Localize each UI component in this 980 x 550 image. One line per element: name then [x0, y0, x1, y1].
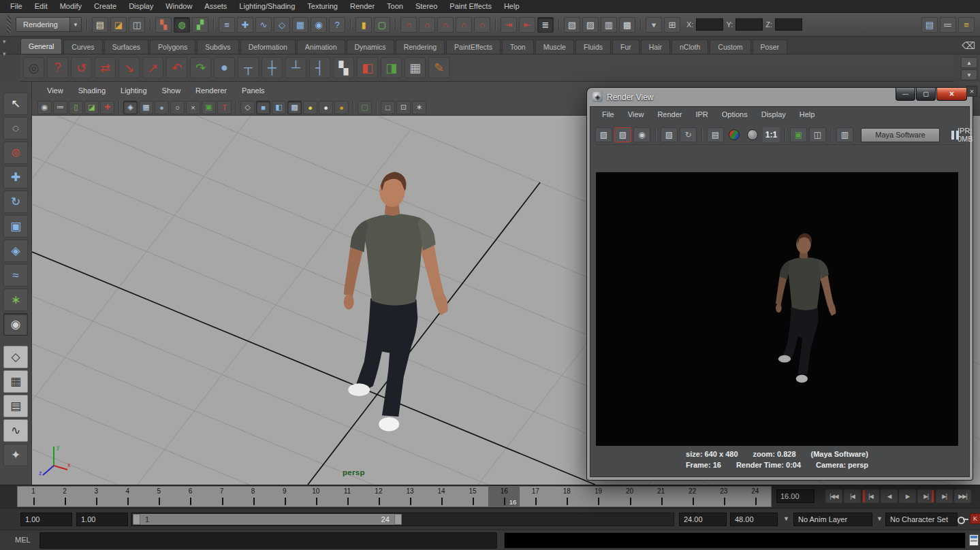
hypergraph-input-output-icon[interactable]: ┼: [262, 57, 283, 78]
select-camera-icon[interactable]: ◉: [37, 101, 52, 114]
timeline-ruler[interactable]: 1234567891011121314151616171819202122232…: [17, 486, 772, 507]
refresh-render-icon[interactable]: ↻: [680, 127, 697, 142]
render-view-menu-file[interactable]: File: [597, 110, 620, 118]
menu-edit[interactable]: Edit: [29, 0, 54, 12]
duplicate-with-inputs-icon[interactable]: ◨: [381, 57, 402, 78]
2d-pan-zoom-icon[interactable]: ✚: [100, 101, 114, 114]
select-by-hierarchy-icon[interactable]: ▚: [155, 17, 172, 33]
open-scene-icon[interactable]: ◪: [110, 17, 127, 33]
go-to-start-icon[interactable]: |◀◀: [825, 489, 842, 503]
shelf-tab-curves[interactable]: Curves: [63, 39, 102, 54]
command-output-field[interactable]: [504, 532, 966, 549]
undo-icon[interactable]: ↶: [166, 57, 187, 78]
graph-materials-icon[interactable]: ┴: [285, 57, 306, 78]
shelf-tab-rendering[interactable]: Rendering: [396, 39, 445, 54]
tumble-camera-icon[interactable]: ↺: [71, 57, 92, 78]
xray-display-icon[interactable]: ⊡: [396, 101, 411, 114]
shelf-tab-fur[interactable]: Fur: [612, 39, 639, 54]
safe-action-icon[interactable]: ▣: [202, 101, 216, 114]
timeline-frame-9[interactable]: 9: [269, 487, 300, 506]
snapshot-icon[interactable]: ◉: [633, 127, 650, 142]
shelf-menu-arrows[interactable]: ▾▾: [3, 38, 15, 79]
timeline-frame-5[interactable]: 5: [143, 487, 174, 506]
timeline-frame-4[interactable]: 4: [112, 487, 143, 506]
menu-create[interactable]: Create: [88, 0, 123, 12]
zoom-camera-icon[interactable]: ↗: [142, 57, 163, 78]
viewport-share-icon[interactable]: ∗: [412, 101, 426, 114]
layout-persp-graph-icon[interactable]: ∿: [3, 419, 28, 442]
shelf-delete-icon[interactable]: ⌫: [962, 39, 975, 52]
timeline-frame-19[interactable]: 19: [582, 487, 614, 506]
menu-assets[interactable]: Assets: [198, 0, 233, 12]
shelf-tab-muscle[interactable]: Muscle: [535, 39, 574, 54]
show-grid-icon[interactable]: ◈: [123, 101, 138, 114]
animation-start-field[interactable]: [20, 513, 72, 526]
viewport-menu-shading[interactable]: Shading: [72, 86, 112, 95]
step-forward-key-icon[interactable]: ▶|: [917, 489, 934, 503]
timeline-frame-12[interactable]: 12: [363, 487, 394, 506]
play-backwards-icon[interactable]: ◀: [881, 489, 898, 503]
toolbar-drag-handle[interactable]: [7, 16, 11, 33]
magnet-snap-point-icon[interactable]: ∩: [437, 17, 454, 33]
chevron-down-icon[interactable]: ▼: [783, 515, 789, 522]
shelf-tab-animation[interactable]: Animation: [297, 39, 345, 54]
step-forward-frame-icon[interactable]: ▶|: [936, 489, 953, 503]
make-object-live-icon[interactable]: ◉: [311, 17, 327, 33]
close-button[interactable]: ×: [936, 88, 967, 101]
shelf-tab-ncloth[interactable]: nCloth: [671, 39, 708, 54]
timeline-frame-21[interactable]: 21: [646, 487, 677, 506]
shelf-scroll-up-icon[interactable]: ▲: [961, 57, 977, 68]
character-set-selector[interactable]: No Character Set: [885, 513, 958, 526]
wireframe-display-icon[interactable]: ◇: [240, 101, 255, 114]
magnet-snap-curve-icon[interactable]: ∩: [419, 17, 435, 33]
track-camera-icon[interactable]: ⇄: [95, 57, 116, 78]
timeline-frame-1[interactable]: 1: [18, 487, 49, 506]
menu-texturing[interactable]: Texturing: [301, 0, 344, 12]
resolution-gate-icon[interactable]: ●: [155, 101, 169, 114]
viewport-menu-panels[interactable]: Panels: [235, 86, 272, 95]
node-editor-icon[interactable]: ▚: [333, 57, 354, 78]
timeline-frame-17[interactable]: 17: [520, 487, 551, 506]
timeline-frame-8[interactable]: 8: [238, 487, 269, 506]
universal-manipulator-tool-icon[interactable]: ◈: [3, 240, 28, 262]
render-region-icon[interactable]: ▤: [707, 127, 724, 142]
range-start-handle[interactable]: [133, 514, 140, 525]
sculpt-geometry-icon[interactable]: ✎: [428, 57, 449, 78]
menu-display[interactable]: Display: [123, 0, 159, 12]
render-current-frame-icon[interactable]: ▨: [582, 17, 599, 33]
snap-to-grids-icon[interactable]: ✚: [237, 17, 253, 33]
save-scene-icon[interactable]: ◫: [129, 17, 145, 33]
anim-layer-selector[interactable]: No Anim Layer: [793, 513, 872, 526]
camera-attributes-icon[interactable]: ≔: [53, 101, 67, 114]
rendered-image[interactable]: [596, 172, 958, 446]
playback-end-field[interactable]: [679, 513, 727, 526]
construction-history-icon[interactable]: ≣: [537, 17, 554, 33]
timeline-frame-14[interactable]: 14: [426, 487, 457, 506]
hypergraph-hierarchy-icon[interactable]: ┬: [238, 57, 259, 78]
remove-image-icon[interactable]: ◫: [809, 127, 826, 142]
default-lighting-icon[interactable]: ●: [319, 101, 333, 114]
range-slider-track[interactable]: 1 24: [131, 513, 674, 526]
shelf-scroll-down-icon[interactable]: ▼: [961, 69, 977, 80]
layout-single-perspective-icon[interactable]: ◇: [3, 346, 28, 368]
render-settings-icon[interactable]: ▩: [619, 17, 635, 33]
select-by-object-icon[interactable]: ◍: [174, 17, 190, 33]
menu-stereo[interactable]: Stereo: [409, 0, 443, 12]
use-all-lights-icon[interactable]: ●: [303, 101, 317, 114]
timeline-frame-16[interactable]: 1616: [488, 487, 520, 506]
shelf-tab-deformation[interactable]: Deformation: [240, 39, 296, 54]
select-by-component-icon[interactable]: ▞: [192, 17, 208, 33]
step-back-key-icon[interactable]: |◀: [862, 489, 879, 503]
bookmark-view-icon[interactable]: ▯: [69, 101, 83, 114]
lasso-select-tool-icon[interactable]: ◌: [3, 117, 28, 140]
move-tool-icon[interactable]: ✚: [3, 166, 28, 189]
viewport-menu-view[interactable]: View: [40, 86, 70, 95]
show-manipulator-tool-icon[interactable]: ∗: [3, 289, 28, 311]
maya-dragon-icon[interactable]: ✦: [3, 444, 28, 466]
playblast-reel-icon[interactable]: ◎: [23, 57, 44, 78]
snap-mode-menu-icon[interactable]: ≡: [219, 17, 235, 33]
magnet-snap-grid-icon[interactable]: ∩: [400, 17, 417, 33]
viewport-menu-lighting[interactable]: Lighting: [114, 86, 154, 95]
render-view-menu-render[interactable]: Render: [652, 110, 687, 118]
input-connections-icon[interactable]: ⇥: [501, 17, 517, 33]
